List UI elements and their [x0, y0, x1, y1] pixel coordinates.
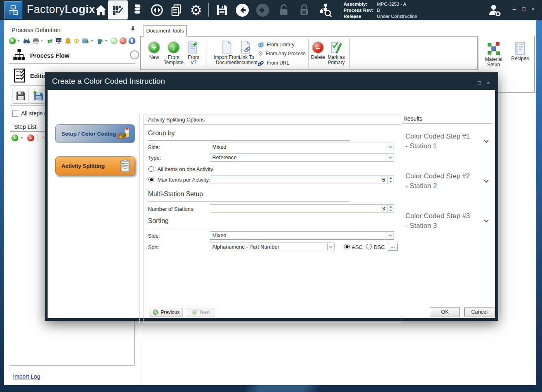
- bell-icon[interactable]: [64, 37, 71, 44]
- spinner-arrows[interactable]: [387, 176, 394, 184]
- new-document-button[interactable]: + New: [145, 41, 163, 60]
- mark-as-primary-button[interactable]: Mark as Primary: [324, 41, 348, 65]
- pause-icon[interactable]: ‖: [128, 37, 135, 44]
- process-editor-icon[interactable]: [108, 0, 128, 19]
- activity-splitting-options-group: Activity Splitting Options Group by Side…: [144, 115, 401, 323]
- user-logout-icon[interactable]: [487, 3, 502, 17]
- lock-revoke-icon[interactable]: [297, 3, 311, 17]
- pin-icon[interactable]: [130, 26, 136, 32]
- settings-gear-icon[interactable]: ⚙: [189, 3, 203, 17]
- dialog-close-button[interactable]: ×: [485, 80, 492, 86]
- import-log-link[interactable]: Import Log: [13, 373, 40, 380]
- documents-icon[interactable]: [169, 3, 184, 17]
- all-items-radio[interactable]: [148, 166, 154, 172]
- add-dropdown-caret[interactable]: ▾: [18, 39, 21, 43]
- cancel-button[interactable]: Cancel: [464, 308, 494, 316]
- add-icon[interactable]: +: [9, 37, 16, 44]
- gear-yellow-icon[interactable]: ⚙: [73, 37, 80, 44]
- remove-step-icon[interactable]: –: [27, 134, 34, 141]
- step-list-toolbar: + ▾ – | ✂: [11, 134, 48, 141]
- assembly-label: Assembly:: [344, 1, 377, 7]
- materials-bin-icon[interactable]: [130, 3, 145, 17]
- dialog-minimize-button[interactable]: –: [467, 80, 474, 86]
- all-steps-checkbox[interactable]: [12, 110, 18, 117]
- primary-check-icon: [331, 41, 342, 54]
- ribbon-separator: [308, 38, 309, 68]
- asc-label: ASC: [352, 244, 363, 250]
- sorting-side-select[interactable]: Mixed: [210, 231, 394, 240]
- export-dropdown-caret[interactable]: ▾: [105, 39, 109, 43]
- side-select[interactable]: Mixed: [210, 143, 394, 151]
- add-step-dropdown-caret[interactable]: ▾: [21, 136, 24, 140]
- result-step-2[interactable]: Color Coded Step #2 - Station 2: [405, 171, 493, 191]
- transfer-icon[interactable]: [150, 3, 164, 17]
- number-of-stations-spinner[interactable]: 3: [210, 204, 394, 213]
- import-dropdown-caret[interactable]: ▾: [91, 39, 94, 43]
- asc-radio[interactable]: [344, 244, 350, 249]
- dialog-maximize-button[interactable]: □: [476, 80, 483, 86]
- exchange-icon[interactable]: ⇄: [46, 37, 53, 44]
- all-items-label: All Items on one Activity: [157, 166, 213, 172]
- section-underline: [148, 140, 350, 141]
- from-library-button[interactable]: From Library: [258, 41, 294, 48]
- result-step-3[interactable]: Color Coded Step #3 - Station 3: [405, 211, 493, 231]
- binoculars-icon[interactable]: [23, 37, 30, 44]
- results-underline: [402, 123, 492, 124]
- v7-document-icon: [187, 41, 200, 54]
- import-package-icon[interactable]: [82, 37, 89, 44]
- tab-document-tools[interactable]: Document Tools: [144, 25, 187, 37]
- previous-button[interactable]: ◄ Previous: [150, 308, 183, 316]
- from-template-button[interactable]: ↓ From Template: [163, 41, 185, 65]
- process-search-icon[interactable]: [318, 3, 333, 17]
- recipes-button[interactable]: Recipes: [508, 42, 532, 61]
- print-icon[interactable]: [32, 37, 39, 44]
- process-flow-expander-icon[interactable]: ↓: [130, 50, 139, 59]
- spinner-arrows[interactable]: [387, 205, 394, 212]
- save-icon[interactable]: [215, 3, 229, 17]
- add-step-icon[interactable]: +: [11, 134, 18, 141]
- nav-activity-splitting-button[interactable]: Activity Splitting: [55, 156, 135, 175]
- editing-checklist-icon: [14, 68, 27, 83]
- forward-icon[interactable]: [255, 3, 270, 17]
- library-globe-icon: [258, 41, 264, 48]
- close-button[interactable]: ×: [529, 6, 537, 12]
- type-select[interactable]: Reference: [210, 153, 394, 162]
- ribbon-separator: [349, 38, 350, 68]
- process-flow-icon: [13, 49, 25, 61]
- link-to-document-button[interactable]: Link To Document: [231, 41, 262, 65]
- from-v7-button[interactable]: From V7: [185, 41, 202, 65]
- unlock-icon[interactable]: [276, 3, 291, 17]
- delete-icon: –: [312, 41, 324, 54]
- process-gears-icon: ⚙: [258, 51, 263, 56]
- maximize-button[interactable]: □: [520, 6, 528, 12]
- from-any-process-button[interactable]: ⚙ From Any Process: [258, 51, 305, 56]
- panel-toolbar: + ▾ ▾ ⇄ ⚙ ▾ ▾ ↻ – ‖: [9, 37, 135, 44]
- export-trash-icon[interactable]: [96, 37, 103, 44]
- sorting-side-label: Side:: [148, 233, 160, 239]
- nav-setup-color-coding-button[interactable]: Setup / Color Coding: [55, 124, 135, 143]
- dialog-divider: [139, 114, 140, 323]
- result-step-1[interactable]: Color Coded Step #1 - Station 1: [405, 132, 493, 151]
- presentation-icon[interactable]: [55, 37, 62, 44]
- max-items-radio[interactable]: [148, 177, 154, 182]
- from-url-button[interactable]: From URL: [258, 60, 289, 66]
- process-rev-label: Process Rev:: [344, 7, 377, 13]
- document-tools-ribbon: + New ↓ From Template From V7 Import Fro…: [140, 36, 478, 70]
- save-import-button[interactable]: [30, 88, 46, 104]
- sort-more-button[interactable]: …: [388, 243, 398, 251]
- ok-button[interactable]: OK: [430, 308, 460, 316]
- dialog-body: Setup / Color Coding Activity Splitting …: [48, 90, 495, 318]
- next-button[interactable]: ► Next: [187, 308, 215, 316]
- material-setup-button[interactable]: Material Setup: [481, 42, 507, 67]
- dsc-radio[interactable]: [366, 244, 372, 249]
- save-document-button[interactable]: [13, 88, 28, 104]
- print-dropdown-caret[interactable]: ▾: [41, 39, 44, 43]
- material-setup-icon: [486, 42, 501, 56]
- refresh-icon[interactable]: ↻: [111, 37, 118, 44]
- home-icon[interactable]: [94, 3, 108, 17]
- sort-select[interactable]: Alphanumeric - Part Number: [210, 243, 335, 251]
- minimize-button[interactable]: –: [510, 6, 518, 12]
- max-items-spinner[interactable]: 6: [210, 175, 394, 184]
- back-icon[interactable]: [235, 3, 250, 17]
- remove-icon[interactable]: –: [120, 37, 126, 44]
